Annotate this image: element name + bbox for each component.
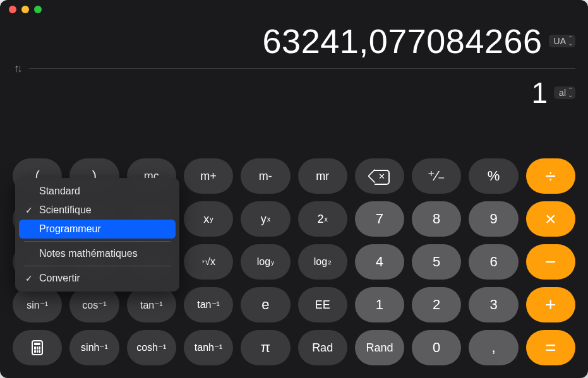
minimize-window-button[interactable] xyxy=(21,6,29,13)
menu-item-math-notes[interactable]: Notes mathématiques xyxy=(19,244,176,263)
percent-key[interactable]: % xyxy=(469,158,518,194)
label: cosh xyxy=(136,342,158,353)
calculator-mode-key[interactable] xyxy=(13,330,62,365)
check-icon: ✓ xyxy=(24,205,34,215)
menu-item-label: Convertir xyxy=(39,273,80,284)
menu-item-label: Notes mathématiques xyxy=(39,248,138,259)
digit-6-key[interactable]: 6 xyxy=(469,244,518,280)
ee-key[interactable]: EE xyxy=(298,287,347,322)
chevron-updown-icon: ⌃⌄ xyxy=(568,88,573,98)
divide-key[interactable]: ÷ xyxy=(526,158,575,194)
label-inv: ⁻¹ xyxy=(99,342,107,354)
label: √x xyxy=(205,256,215,268)
label-inv: ⁻¹ xyxy=(158,342,166,354)
y-root-x-key[interactable]: ʸ√x xyxy=(184,244,233,280)
pi-key[interactable]: π xyxy=(241,330,290,365)
tan-inverse-key[interactable]: tan⁻¹ xyxy=(184,287,233,322)
digit-9-key[interactable]: 9 xyxy=(469,201,518,237)
backspace-key[interactable]: ✕ xyxy=(355,158,404,194)
sinh-inverse-key[interactable]: sinh⁻¹ xyxy=(69,330,119,365)
memory-subtract-key[interactable]: m- xyxy=(241,158,290,194)
rad-key[interactable]: Rad xyxy=(298,330,347,365)
unit-to-label: al xyxy=(559,88,566,98)
multiply-key[interactable]: × xyxy=(526,201,575,237)
x-power-y-key[interactable]: xy xyxy=(184,201,233,237)
chevron-updown-icon: ⌃⌄ xyxy=(568,36,573,46)
label-sub: y xyxy=(271,259,274,266)
log-y-key[interactable]: logy xyxy=(241,244,290,280)
label: log xyxy=(257,256,270,268)
label: log xyxy=(314,256,327,268)
memory-add-key[interactable]: m+ xyxy=(184,158,233,194)
cos-inverse-key[interactable]: cos⁻¹ xyxy=(69,287,119,322)
display-secondary: 1 xyxy=(532,76,548,110)
menu-separator xyxy=(24,266,171,266)
y-power-x-key[interactable]: yx xyxy=(241,201,290,237)
label: 2 xyxy=(317,213,323,226)
digit-7-key[interactable]: 7 xyxy=(355,201,404,237)
e-key[interactable]: e xyxy=(241,287,290,322)
label: sinh xyxy=(81,342,99,353)
label: tan xyxy=(197,299,211,310)
decimal-key[interactable]: , xyxy=(469,330,518,365)
log2-key[interactable]: log2 xyxy=(298,244,347,280)
label-sub: 2 xyxy=(328,259,331,266)
menu-item-programmer[interactable]: Programmeur xyxy=(19,220,176,239)
label-sup: y xyxy=(210,215,213,223)
digit-1-key[interactable]: 1 xyxy=(355,287,404,322)
label-sup: x xyxy=(267,215,270,223)
tan-inverse-key-hidden[interactable]: tan⁻¹ xyxy=(127,287,176,322)
label: tanh xyxy=(195,342,214,353)
label-sup: x xyxy=(324,215,327,223)
label: x xyxy=(203,213,209,226)
sign-toggle-key[interactable]: ⁺∕₋ xyxy=(412,158,461,194)
digit-8-key[interactable]: 8 xyxy=(412,201,461,237)
display-area: 63241,077084266 UA ⌃⌄ ↑↓ 1 al ⌃⌄ xyxy=(0,19,588,110)
digit-3-key[interactable]: 3 xyxy=(469,287,518,322)
menu-separator xyxy=(24,241,171,242)
label: y xyxy=(261,213,267,226)
cosh-inverse-key[interactable]: cosh⁻¹ xyxy=(127,330,176,365)
mode-menu: Standard ✓ Scientifique Programmeur Note… xyxy=(15,178,179,292)
memory-recall-key[interactable]: mr xyxy=(298,158,347,194)
titlebar xyxy=(0,0,588,19)
menu-item-scientific[interactable]: ✓ Scientifique xyxy=(19,201,176,220)
digit-4-key[interactable]: 4 xyxy=(355,244,404,280)
menu-item-standard[interactable]: Standard xyxy=(19,182,176,201)
calculator-icon xyxy=(32,340,43,355)
label-inv: ⁻¹ xyxy=(212,299,220,311)
label-inv: ⁻¹ xyxy=(214,342,222,354)
display-divider xyxy=(29,68,575,69)
check-icon: ✓ xyxy=(24,273,34,283)
menu-item-label: Standard xyxy=(39,186,80,197)
backspace-icon: ✕ xyxy=(371,170,388,182)
swap-icon[interactable]: ↑↓ xyxy=(13,62,20,75)
equals-key[interactable]: = xyxy=(526,330,575,365)
digit-2-key[interactable]: 2 xyxy=(412,287,461,322)
two-power-x-key[interactable]: 2x xyxy=(298,201,347,237)
sin-inverse-key[interactable]: sin⁻¹ xyxy=(13,287,62,322)
unit-from-selector[interactable]: UA ⌃⌄ xyxy=(549,35,575,47)
digit-0-key[interactable]: 0 xyxy=(412,330,461,365)
calculator-window: 63241,077084266 UA ⌃⌄ ↑↓ 1 al ⌃⌄ ( ) mc … xyxy=(0,0,588,378)
plus-key[interactable]: + xyxy=(526,287,575,322)
menu-item-label: Scientifique xyxy=(39,204,92,216)
zoom-window-button[interactable] xyxy=(34,6,42,13)
rand-key[interactable]: Rand xyxy=(355,330,404,365)
unit-to-selector[interactable]: al ⌃⌄ xyxy=(554,86,575,99)
display-primary: 63241,077084266 xyxy=(263,21,543,61)
tanh-inverse-key[interactable]: tanh⁻¹ xyxy=(184,330,233,365)
unit-from-label: UA xyxy=(554,36,566,46)
menu-item-label: Programmeur xyxy=(39,223,101,235)
minus-key[interactable]: − xyxy=(526,244,575,280)
digit-5-key[interactable]: 5 xyxy=(412,244,461,280)
close-window-button[interactable] xyxy=(9,6,16,13)
menu-item-convert[interactable]: ✓ Convertir xyxy=(19,269,176,288)
